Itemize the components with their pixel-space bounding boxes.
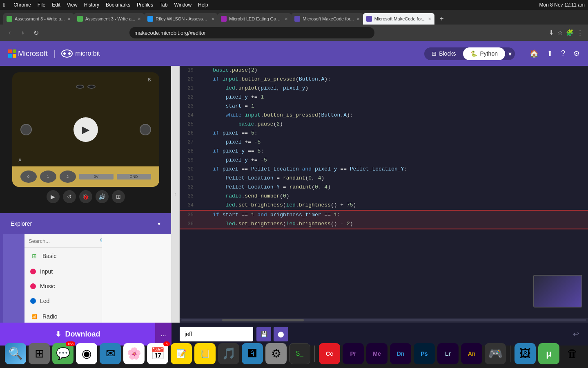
dock-animate[interactable]: An bbox=[461, 343, 482, 364]
menu-view[interactable]: View bbox=[67, 2, 78, 8]
dock-stickies[interactable]: 📝 bbox=[171, 343, 192, 364]
sim-audio-button[interactable]: 🔊 bbox=[96, 190, 109, 203]
search-icon[interactable]: 🔍 bbox=[100, 238, 102, 244]
tab-6-close[interactable]: ✕ bbox=[428, 17, 431, 21]
menu-bookmarks[interactable]: Bookmarks bbox=[106, 2, 130, 8]
download-button[interactable]: ⬇ Download bbox=[0, 323, 155, 346]
dock-me[interactable]: Me bbox=[366, 343, 388, 364]
dock-launchpad[interactable]: ⊞ bbox=[29, 343, 50, 364]
help-icon[interactable]: ? bbox=[561, 49, 565, 58]
menu-history[interactable]: History bbox=[84, 2, 99, 8]
code-line-32: 32 Pellet_Location_Y = randint(0, 4) bbox=[180, 183, 588, 192]
dock-messages[interactable]: 💬 168 bbox=[52, 343, 74, 364]
line-number-31: 31 bbox=[180, 174, 200, 183]
back-button[interactable]: ‹ bbox=[5, 29, 15, 36]
pin-1[interactable]: 1 bbox=[40, 171, 56, 183]
menu-file[interactable]: File bbox=[38, 2, 45, 8]
dock-premiere[interactable]: Pr bbox=[343, 343, 364, 364]
menu-edit[interactable]: Edit bbox=[52, 2, 60, 8]
forward-button[interactable]: › bbox=[18, 29, 28, 36]
github-button[interactable]: ⬤ bbox=[274, 327, 288, 341]
scrollbar-thumb[interactable] bbox=[222, 319, 304, 321]
collapse-arrow-icon: ‹ bbox=[175, 191, 176, 197]
category-music[interactable]: Music bbox=[24, 279, 102, 294]
category-basic[interactable]: ⊞ Basic bbox=[24, 248, 102, 264]
tab-4[interactable]: Microbit LED Eating Gam... ✕ bbox=[218, 13, 291, 25]
dock-terminal[interactable]: $_ bbox=[289, 343, 310, 364]
sim-debug-button[interactable]: 🐞 bbox=[79, 190, 92, 203]
dock-roblox[interactable]: 🎮 bbox=[485, 343, 506, 364]
code-content-area[interactable]: 19 basic.pause(2) 20 if input.button_is_… bbox=[180, 66, 588, 318]
dock-finder[interactable]: 🔍 bbox=[5, 343, 26, 364]
language-dropdown-button[interactable]: ▾ bbox=[505, 47, 515, 60]
save-button[interactable]: 💾 bbox=[256, 327, 271, 341]
dock-chrome[interactable]: ◉ bbox=[76, 343, 97, 364]
line-code-30: if pixel == Pellet_Location and pixel_y … bbox=[200, 165, 588, 174]
share-icon[interactable]: ⬆ bbox=[547, 49, 553, 58]
menu-help[interactable]: Help bbox=[198, 2, 208, 8]
dock-adobe-cc[interactable]: Cc bbox=[319, 343, 340, 364]
tab-3-close[interactable]: ✕ bbox=[211, 17, 214, 21]
dock-photos[interactable]: 🌸 bbox=[123, 343, 145, 364]
code-scrollbar[interactable] bbox=[180, 318, 588, 323]
microbit-button-a[interactable] bbox=[20, 124, 32, 135]
panel-collapse-button[interactable]: ‹ bbox=[172, 66, 180, 323]
microbit-button-b[interactable] bbox=[140, 124, 151, 135]
tab-2[interactable]: Assessment 3 - Write a... ✕ bbox=[74, 13, 145, 25]
tab-1-close[interactable]: ✕ bbox=[67, 17, 71, 21]
tab-4-close[interactable]: ✕ bbox=[285, 17, 288, 21]
dock-appstore[interactable]: 🅰 bbox=[242, 343, 263, 364]
toolbox-search-input[interactable] bbox=[29, 238, 97, 244]
dock-music[interactable]: 🎵 bbox=[218, 343, 239, 364]
blocks-language-button[interactable]: ⊞ Blocks bbox=[424, 47, 463, 60]
dock-preview[interactable]: 🖼 bbox=[514, 343, 536, 364]
dock-settings[interactable]: ⚙ bbox=[265, 343, 287, 364]
svg-rect-1 bbox=[13, 49, 16, 53]
dock-lightroom[interactable]: Lr bbox=[437, 343, 459, 364]
simulator-play-button[interactable]: ▶ bbox=[74, 117, 98, 142]
sim-fullscreen-button[interactable]: ⊞ bbox=[112, 190, 125, 203]
scrollbar-track[interactable] bbox=[181, 319, 586, 321]
tab-1[interactable]: Assessment 3 - Write a... ✕ bbox=[3, 13, 74, 25]
download-page-icon[interactable]: ⬇ bbox=[549, 29, 554, 36]
dock-mail[interactable]: ✉ bbox=[100, 343, 121, 364]
category-input[interactable]: Input bbox=[24, 264, 102, 279]
refresh-button[interactable]: ↻ bbox=[31, 29, 41, 37]
url-input[interactable] bbox=[129, 27, 374, 38]
settings-icon[interactable]: ⚙ bbox=[573, 49, 580, 58]
home-icon[interactable]: 🏠 bbox=[530, 49, 539, 58]
code-line-34: 34 led.set_brightness(led.brightness() +… bbox=[180, 201, 588, 210]
menu-icon[interactable]: ⋮ bbox=[577, 29, 583, 36]
category-radio[interactable]: 📶 Radio bbox=[24, 308, 102, 323]
explorer-button[interactable]: Explorer ▾ bbox=[5, 216, 166, 231]
undo-button[interactable]: ↩ bbox=[568, 327, 583, 341]
menu-chrome[interactable]: Chrome bbox=[13, 2, 31, 8]
category-led[interactable]: Led bbox=[24, 294, 102, 308]
pin-0[interactable]: 0 bbox=[20, 171, 37, 183]
menu-tab[interactable]: Tab bbox=[160, 2, 167, 8]
dock-calendar[interactable]: 📅 8 bbox=[147, 343, 168, 364]
tab-5-close[interactable]: ✕ bbox=[356, 17, 360, 21]
extensions-icon[interactable]: 🧩 bbox=[566, 29, 574, 36]
line-number-20: 20 bbox=[180, 75, 200, 84]
tab-3[interactable]: Riley WILSON - Assessm... ✕ bbox=[144, 13, 218, 25]
dock-photoshop[interactable]: Ps bbox=[414, 343, 435, 364]
sim-play-button[interactable]: ▶ bbox=[47, 190, 60, 203]
dock-dimension[interactable]: Dn bbox=[390, 343, 411, 364]
project-name-input[interactable] bbox=[180, 327, 253, 341]
pin-2[interactable]: 2 bbox=[60, 171, 76, 183]
python-language-button[interactable]: 🐍 Python bbox=[463, 47, 505, 60]
dock-utorrent[interactable]: μ bbox=[538, 343, 559, 364]
menu-profiles[interactable]: Profiles bbox=[137, 2, 153, 8]
dock-notes[interactable]: 📒 bbox=[194, 343, 216, 364]
language-switcher: ⊞ Blocks 🐍 Python ▾ bbox=[424, 47, 515, 60]
menu-window[interactable]: Window bbox=[174, 2, 192, 8]
tab-2-close[interactable]: ✕ bbox=[138, 17, 141, 21]
dock-trash[interactable]: 🗑 bbox=[562, 343, 583, 364]
tab-6-active[interactable]: Microsoft MakeCode for... ✕ bbox=[363, 13, 434, 25]
sim-restart-button[interactable]: ↺ bbox=[63, 190, 76, 203]
new-tab-button[interactable]: + bbox=[436, 13, 448, 25]
apple-menu[interactable]:  bbox=[3, 2, 5, 8]
bookmark-icon[interactable]: ☆ bbox=[557, 29, 563, 36]
tab-5[interactable]: Microsoft MakeCode for... ✕ bbox=[291, 13, 363, 25]
